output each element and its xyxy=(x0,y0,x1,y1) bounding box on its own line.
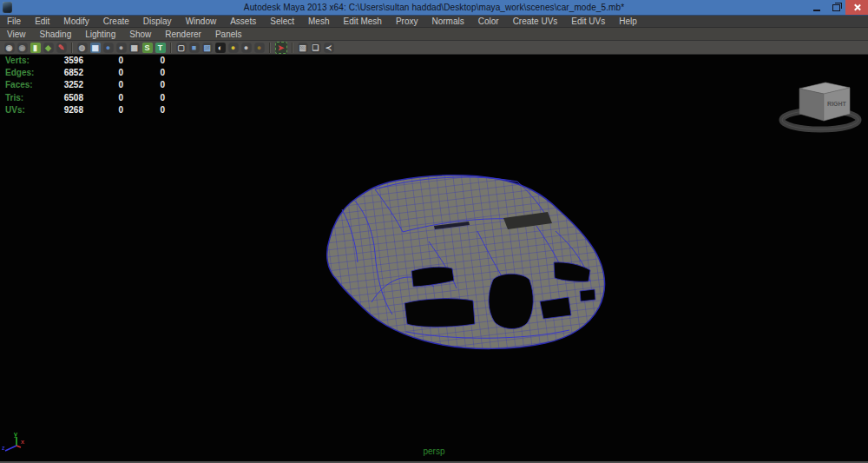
use-all-lights-icon[interactable]: ◐ xyxy=(215,43,226,53)
maya-app-icon[interactable] xyxy=(3,2,12,13)
hud-value: 0 xyxy=(123,105,165,115)
hud-row-verts: Verts: 3596 0 0 xyxy=(5,54,165,66)
hud-label: Edges: xyxy=(5,68,50,77)
restore-button[interactable] xyxy=(826,0,845,15)
menu-color[interactable]: Color xyxy=(471,17,506,26)
car-wireframe-model[interactable] xyxy=(323,170,609,353)
panel-menu-show[interactable]: Show xyxy=(122,30,158,39)
hud-label: UVs: xyxy=(5,105,50,115)
menu-assets[interactable]: Assets xyxy=(223,17,263,26)
hud-value: 0 xyxy=(123,68,165,77)
panel-menu-lighting[interactable]: Lighting xyxy=(78,30,122,39)
title-bar: Autodesk Maya 2013 x64: C:\Users\sultan … xyxy=(0,0,868,16)
hud-label: Verts: xyxy=(5,56,50,65)
textured-mode-icon[interactable]: T xyxy=(155,43,166,53)
menu-select[interactable]: Select xyxy=(263,17,301,26)
hud-row-tris: Tris: 6508 0 0 xyxy=(5,91,165,103)
restore-icon xyxy=(832,4,840,11)
bookmarks-icon[interactable]: ▮ xyxy=(30,43,41,53)
menu-mesh[interactable]: Mesh xyxy=(301,17,336,26)
hud-value: 6508 xyxy=(50,93,83,103)
menu-edit[interactable]: Edit xyxy=(28,17,56,26)
hud-value: 9268 xyxy=(50,105,83,115)
hud-label: Tris: xyxy=(5,93,50,103)
close-icon xyxy=(853,3,861,11)
hud-value: 0 xyxy=(123,56,165,65)
perspective-viewport[interactable]: Verts: 3596 0 0 Edges: 6852 0 0 Faces: 3… xyxy=(0,54,868,461)
poly-count-hud: Verts: 3596 0 0 Edges: 6852 0 0 Faces: 3… xyxy=(5,54,165,116)
xray-active-components-icon[interactable]: ❏ xyxy=(311,43,321,53)
toolbar-separator xyxy=(269,43,270,53)
camera-name-label: persp xyxy=(391,446,477,456)
hud-row-uvs: UVs: 9268 0 0 xyxy=(5,104,165,116)
flat-shade-icon[interactable]: ● xyxy=(116,43,127,53)
default-material-icon[interactable]: ▢ xyxy=(176,43,187,53)
hud-value: 3596 xyxy=(50,56,83,65)
hud-value: 0 xyxy=(83,68,123,77)
toolbar-separator xyxy=(292,43,293,53)
car-graphic xyxy=(323,170,609,353)
bounding-box-icon[interactable]: ▩ xyxy=(129,43,140,53)
menu-proxy[interactable]: Proxy xyxy=(389,17,425,26)
xray-icon[interactable]: ▧ xyxy=(298,43,308,53)
light-off-icon[interactable]: ● xyxy=(254,43,265,53)
menu-create-uvs[interactable]: Create UVs xyxy=(506,17,565,26)
window-title: Autodesk Maya 2013 x64: C:\Users\sultan … xyxy=(0,3,868,12)
panel-menu-panels[interactable]: Panels xyxy=(208,30,249,39)
panel-menu-view[interactable]: View xyxy=(0,30,33,39)
panel-menu-renderer[interactable]: Renderer xyxy=(158,30,208,39)
lowres-display-icon[interactable]: ▦ xyxy=(90,43,101,53)
axis-y-label: y xyxy=(14,430,17,438)
menu-help[interactable]: Help xyxy=(612,17,644,26)
hud-label: Faces: xyxy=(5,80,50,89)
hud-value: 0 xyxy=(83,105,123,115)
main-menu-bar: File Edit Modify Create Display Window A… xyxy=(0,16,868,28)
smooth-shade-icon[interactable]: ● xyxy=(103,43,114,53)
panel-toolbar: ◉ ◉ ▮ ◆ ✎ ◍ ▦ ● ● ▩ S T ▢ ■ ▨ ◐ ● ● ● ➤ … xyxy=(0,41,868,55)
image-plane-icon[interactable]: ◆ xyxy=(43,43,54,53)
wireframe-icon[interactable]: ◍ xyxy=(77,43,88,53)
hud-value: 0 xyxy=(83,93,123,103)
light-default-icon[interactable]: ● xyxy=(241,43,252,53)
grease-pencil-icon[interactable]: ✎ xyxy=(56,43,67,53)
menu-modify[interactable]: Modify xyxy=(56,17,95,26)
axis-graphic: y x z xyxy=(2,430,36,456)
ambient-occlusion-icon[interactable]: S xyxy=(142,43,153,53)
hud-row-faces: Faces: 3252 0 0 xyxy=(5,79,165,91)
light-on-icon[interactable]: ● xyxy=(228,43,239,53)
menu-display[interactable]: Display xyxy=(136,17,179,26)
view-cube[interactable]: RIGHT xyxy=(775,80,866,136)
close-button[interactable] xyxy=(845,0,868,15)
window-controls xyxy=(807,0,868,15)
minimize-icon xyxy=(813,10,820,11)
menu-edit-mesh[interactable]: Edit Mesh xyxy=(336,17,388,26)
select-camera-icon[interactable]: ◉ xyxy=(4,43,15,53)
hud-value: 6852 xyxy=(50,68,83,77)
textured-cube-icon[interactable]: ▨ xyxy=(202,43,213,53)
menu-file[interactable]: File xyxy=(0,17,28,26)
toolbar-separator xyxy=(170,43,171,53)
panel-menu-bar: View Shading Lighting Show Renderer Pane… xyxy=(0,28,868,41)
hud-row-edges: Edges: 6852 0 0 xyxy=(5,66,165,78)
isolate-select-icon[interactable]: ➤ xyxy=(275,42,287,54)
axis-z-label: z xyxy=(2,445,5,451)
minimize-button[interactable] xyxy=(807,0,826,15)
shaded-cube-icon[interactable]: ■ xyxy=(189,43,200,53)
hud-value: 0 xyxy=(123,80,165,89)
menu-edit-uvs[interactable]: Edit UVs xyxy=(564,17,612,26)
panel-menu-shading[interactable]: Shading xyxy=(33,30,79,39)
menu-window[interactable]: Window xyxy=(179,17,224,26)
xray-joints-icon[interactable]: ≺ xyxy=(324,43,334,53)
menu-create[interactable]: Create xyxy=(96,17,136,26)
hud-value: 0 xyxy=(123,93,165,103)
menu-normals[interactable]: Normals xyxy=(425,17,471,26)
view-cube-face-label[interactable]: RIGHT xyxy=(827,101,847,107)
toolbar-separator xyxy=(71,43,72,53)
hud-value: 0 xyxy=(83,56,123,65)
axis-indicator: y x z xyxy=(2,430,36,456)
hud-value: 0 xyxy=(83,80,123,89)
view-cube-graphic: RIGHT xyxy=(775,80,866,136)
hud-value: 3252 xyxy=(50,80,83,89)
axis-x-label: x xyxy=(21,438,24,446)
lock-camera-icon[interactable]: ◉ xyxy=(17,43,28,53)
